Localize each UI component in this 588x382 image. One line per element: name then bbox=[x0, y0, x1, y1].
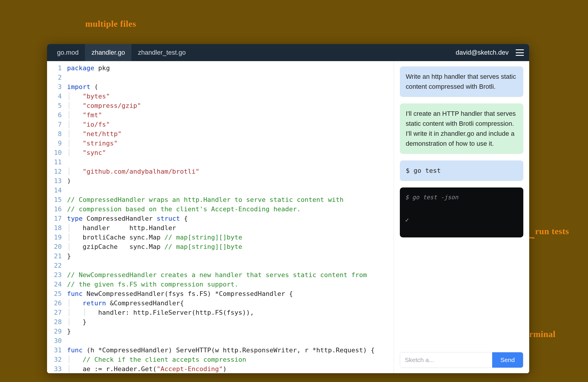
chat-command-message: $ go test bbox=[400, 160, 523, 181]
code-line: │ "bytes" bbox=[67, 92, 390, 101]
code-line: } bbox=[67, 327, 390, 336]
code-line: │ "fmt" bbox=[67, 110, 390, 120]
code-line: │ │ handler: http.FileServer(http.FS(fsy… bbox=[67, 308, 390, 317]
tab-go-mod[interactable]: go.mod bbox=[51, 44, 85, 61]
line-number: 16 bbox=[47, 205, 62, 214]
terminal-output[interactable]: $ go test -json ✓ bbox=[400, 187, 523, 237]
line-number: 29 bbox=[47, 327, 62, 336]
line-number: 7 bbox=[47, 120, 62, 129]
line-number: 13 bbox=[47, 176, 62, 186]
line-number: 2 bbox=[47, 73, 62, 82]
chat-input[interactable] bbox=[400, 352, 492, 368]
code-line bbox=[67, 73, 390, 82]
line-number: 5 bbox=[47, 101, 62, 110]
code-line: │ "io/fs" bbox=[67, 120, 390, 129]
code-line: // the given fs.FS with compression supp… bbox=[67, 280, 390, 289]
code-line bbox=[67, 186, 390, 195]
code-line: │ "net/http" bbox=[67, 129, 390, 139]
line-number: 1 bbox=[47, 63, 62, 73]
code-line: │ brotliCache sync.Map // map[string][]b… bbox=[67, 233, 390, 242]
line-number: 19 bbox=[47, 233, 62, 242]
line-number: 10 bbox=[47, 148, 62, 158]
annotation-run-tests: run tests bbox=[535, 226, 569, 236]
code-line: ) bbox=[67, 176, 390, 186]
terminal-line: $ go test -json bbox=[405, 192, 518, 202]
app-window: go.mod zhandler.go zhandler_test.go davi… bbox=[47, 44, 529, 373]
code-line: import ( bbox=[67, 82, 390, 92]
line-number: 8 bbox=[47, 129, 62, 139]
line-number: 15 bbox=[47, 195, 62, 205]
code-line: │ } bbox=[67, 317, 390, 327]
code-line bbox=[67, 158, 390, 167]
line-number: 17 bbox=[47, 214, 62, 223]
code-line: } bbox=[67, 252, 390, 261]
line-number: 14 bbox=[47, 186, 62, 195]
chat-ai-message: I'll create an HTTP handler that serves … bbox=[400, 103, 523, 154]
user-email: david@sketch.dev bbox=[456, 49, 509, 56]
line-number: 24 bbox=[47, 280, 62, 289]
check-icon: ✓ bbox=[405, 215, 518, 225]
code-line: │ handler http.Handler bbox=[67, 223, 390, 233]
line-number-gutter: 1234567891011121314151617181920212223242… bbox=[47, 61, 65, 373]
code-line bbox=[67, 261, 390, 270]
code-line: │ "sync" bbox=[67, 148, 390, 158]
main-area: 1234567891011121314151617181920212223242… bbox=[47, 61, 529, 373]
code-line: func (h *CompressedHandler) ServeHTTP(w … bbox=[67, 346, 390, 355]
line-number: 20 bbox=[47, 242, 62, 252]
chat-input-row: Send bbox=[400, 352, 523, 368]
code-line: │ // Check if the client accepts compres… bbox=[67, 355, 390, 364]
line-number: 3 bbox=[47, 82, 62, 92]
code-line: │ gzipCache sync.Map // map[string][]byt… bbox=[67, 242, 390, 252]
line-number: 33 bbox=[47, 364, 62, 373]
line-number: 23 bbox=[47, 270, 62, 280]
line-number: 30 bbox=[47, 336, 62, 346]
chat-pane: Write an http handler that serves static… bbox=[394, 61, 529, 373]
tabs: go.mod zhandler.go zhandler_test.go bbox=[51, 44, 192, 61]
tab-zhandler[interactable]: zhandler.go bbox=[85, 44, 131, 61]
code-line: // NewCompressedHandler creates a new ha… bbox=[67, 270, 390, 280]
tab-zhandler-test[interactable]: zhandler_test.go bbox=[131, 44, 192, 61]
code-line: │ "github.com/andybalham/brotli" bbox=[67, 167, 390, 176]
hamburger-icon[interactable] bbox=[516, 49, 524, 56]
code-line: func NewCompressedHandler(fsys fs.FS) *C… bbox=[67, 289, 390, 299]
tab-bar: go.mod zhandler.go zhandler_test.go davi… bbox=[47, 44, 529, 61]
line-number: 18 bbox=[47, 223, 62, 233]
send-button[interactable]: Send bbox=[492, 352, 523, 368]
line-number: 9 bbox=[47, 139, 62, 148]
line-number: 21 bbox=[47, 252, 62, 261]
line-number: 4 bbox=[47, 92, 62, 101]
line-number: 28 bbox=[47, 317, 62, 327]
code-area[interactable]: package pkg import (│ "bytes"│ "compress… bbox=[65, 61, 394, 373]
chat-user-message: Write an http handler that serves static… bbox=[400, 66, 523, 97]
code-line: │ "strings" bbox=[67, 139, 390, 148]
code-line: package pkg bbox=[67, 63, 390, 73]
line-number: 32 bbox=[47, 355, 62, 364]
annotation-multiple-files: multiple files bbox=[85, 19, 136, 29]
line-number: 6 bbox=[47, 110, 62, 120]
code-line: │ return &CompressedHandler{ bbox=[67, 299, 390, 308]
code-line: type CompressedHandler struct { bbox=[67, 214, 390, 223]
line-number: 27 bbox=[47, 308, 62, 317]
code-line: │ ae := r.Header.Get("Accept-Encoding") bbox=[67, 364, 390, 373]
code-line: // CompressedHandler wraps an http.Handl… bbox=[67, 195, 390, 205]
code-line: // compression based on the client's Acc… bbox=[67, 205, 390, 214]
code-line: │ "compress/gzip" bbox=[67, 101, 390, 110]
line-number: 22 bbox=[47, 261, 62, 270]
editor-pane[interactable]: 1234567891011121314151617181920212223242… bbox=[47, 61, 394, 373]
line-number: 25 bbox=[47, 289, 62, 299]
code-line bbox=[67, 336, 390, 346]
line-number: 11 bbox=[47, 158, 62, 167]
line-number: 12 bbox=[47, 167, 62, 176]
line-number: 26 bbox=[47, 299, 62, 308]
line-number: 31 bbox=[47, 346, 62, 355]
